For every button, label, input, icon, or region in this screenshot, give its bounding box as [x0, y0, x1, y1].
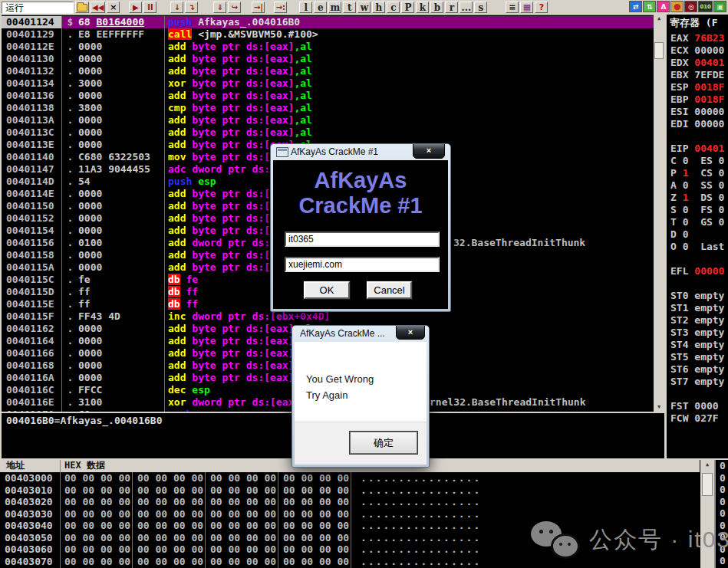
binary-icon[interactable]: 010 — [698, 1, 713, 12]
register-line[interactable]: A 0 SS 0 — [670, 179, 728, 192]
ball-icon[interactable]: ● — [670, 1, 684, 12]
name-input[interactable] — [285, 231, 440, 247]
register-line[interactable]: ST7 empty — [670, 376, 728, 388]
references-window-button[interactable]: r — [445, 2, 458, 13]
register-line[interactable]: ST6 empty — [670, 363, 728, 376]
register-line[interactable]: P 1 CS 0 — [670, 167, 728, 179]
step-into-icon[interactable]: ↓ — [170, 2, 183, 13]
options-list-icon[interactable]: ≡ — [506, 2, 519, 13]
serial-input[interactable] — [285, 257, 440, 272]
close-icon[interactable]: × — [396, 326, 425, 340]
crackme-dialog[interactable]: AfKayAs CrackMe #1 × AfKayAs CrackMe #1 … — [270, 143, 451, 312]
register-line[interactable]: EAX 76B23 — [670, 32, 728, 44]
disasm-row[interactable]: 00401130.0000add byte ptr ds:[eax],al — [2, 53, 654, 65]
register-line[interactable] — [670, 277, 728, 290]
stack-value-fragment: 0 — [716, 460, 728, 472]
register-line[interactable]: ST1 empty — [670, 302, 728, 314]
help-icon[interactable]: ? — [535, 2, 548, 13]
dump-row[interactable]: 0040302000 00 00 0000 00 00 0000 00 00 0… — [0, 496, 700, 508]
swap-icon[interactable]: ⇄ — [629, 1, 642, 12]
disasm-row[interactable]: 00401124$68 B0164000push Afkayas_.004016… — [2, 16, 654, 28]
patches-window-button[interactable]: P — [401, 2, 414, 13]
disasm-row[interactable]: 00401136.0000add byte ptr ds:[eax],al — [2, 90, 654, 102]
dump-row[interactable]: 0040303000 00 00 0000 00 00 0000 00 00 0… — [0, 508, 700, 520]
animate-over-icon[interactable]: ↪ — [228, 2, 241, 13]
threads-window-button[interactable]: t — [343, 2, 356, 13]
register-line[interactable]: ST3 empty — [670, 327, 728, 339]
open-folder-icon[interactable] — [75, 2, 89, 13]
restart-icon[interactable]: ◀◀ — [91, 2, 105, 13]
register-line[interactable]: EFL 00000 — [670, 265, 728, 277]
register-line[interactable] — [670, 130, 728, 143]
execute-till-return-icon[interactable]: →| — [252, 2, 265, 13]
register-line[interactable]: C 0 ES 0 — [670, 155, 728, 167]
dump-row[interactable]: 0040300000 00 00 0000 00 00 0000 00 00 0… — [0, 472, 700, 484]
register-line[interactable]: ECX 00000 — [670, 44, 728, 57]
scrollbar-thumb[interactable] — [702, 473, 713, 496]
register-line[interactable] — [670, 388, 728, 400]
register-line[interactable]: ST2 empty — [670, 314, 728, 327]
register-line[interactable]: T 0 GS 0 — [670, 216, 728, 228]
register-line[interactable]: EDX 00401 — [670, 57, 728, 69]
scrollbar-thumb[interactable] — [654, 42, 664, 59]
ok-button[interactable]: OK — [304, 281, 350, 299]
windows-window-button[interactable]: w — [357, 2, 371, 13]
cancel-button[interactable]: Cancel — [367, 281, 412, 299]
close-icon[interactable]: × — [413, 144, 445, 159]
source-window-button[interactable]: s — [474, 2, 487, 13]
register-line[interactable]: EDI 00000 — [670, 118, 728, 130]
close-window-icon[interactable]: × — [107, 2, 120, 13]
run-trace-window-button[interactable]: ... — [460, 2, 473, 13]
message-dialog-titlebar[interactable]: AfKayAs CrackMe ... × — [292, 326, 429, 341]
run-program-icon[interactable]: ▶ — [129, 2, 142, 13]
executables-window-button[interactable]: e — [314, 2, 327, 13]
register-line[interactable] — [670, 253, 728, 265]
disasm-row[interactable]: 00401132.0000add byte ptr ds:[eax],al — [2, 65, 654, 77]
window-icon[interactable]: ▣ — [713, 1, 726, 12]
cpu-window-button[interactable]: c — [387, 2, 400, 13]
register-line[interactable]: ST0 empty — [670, 290, 728, 302]
register-line[interactable]: EBP 0018F — [670, 94, 728, 106]
scroll-up-icon[interactable]: ▲ — [654, 15, 664, 23]
disasm-row[interactable]: 00401134.3000xor byte ptr ds:[eax],al — [2, 77, 654, 90]
register-line[interactable]: FCW 027F — [670, 412, 728, 425]
goto-icon[interactable]: →: — [274, 2, 287, 13]
updown-icon[interactable]: ⇅ — [643, 1, 656, 12]
breakpoints-window-button[interactable]: b — [430, 2, 443, 13]
memory-window-button[interactable]: m — [328, 2, 341, 13]
animate-into-icon[interactable]: ⇓ — [213, 2, 226, 13]
pause-icon[interactable]: II — [143, 2, 156, 13]
disasm-row[interactable]: 00401129.E8 EEFFFFFFcall <jmp.&MSVBVM50.… — [2, 28, 654, 41]
disasm-row[interactable]: 0040115F.FF43 4Dinc dword ptr ds:[ebx+0x… — [2, 310, 654, 323]
disasm-row[interactable]: 0040112E.0000add byte ptr ds:[eax],al — [2, 41, 654, 53]
dump-row[interactable]: 0040301000 00 00 0000 00 00 0000 00 00 0… — [0, 484, 700, 497]
register-line[interactable]: EIP 00401 — [670, 143, 728, 155]
scroll-down-icon[interactable]: ▼ — [654, 403, 664, 412]
call-stack-window-button[interactable]: k — [416, 2, 429, 13]
register-line[interactable]: S 0 FS 0 — [670, 204, 728, 216]
disasm-row[interactable]: 0040113C.0000add byte ptr ds:[eax],al — [2, 126, 654, 139]
register-line[interactable]: ST5 empty — [670, 351, 728, 363]
register-line[interactable]: EBX 7EFDE — [670, 69, 728, 81]
register-line[interactable]: ESP 0018F — [670, 81, 728, 94]
disassembly-scrollbar[interactable]: ▲ ▼ — [654, 15, 664, 412]
scroll-up-icon[interactable]: ▲ — [702, 461, 713, 469]
log-window-button[interactable]: l — [299, 2, 312, 13]
handles-window-button[interactable]: h — [372, 2, 385, 13]
confirm-button[interactable]: 确定 — [350, 432, 417, 454]
step-over-icon[interactable]: ↴ — [185, 2, 198, 13]
target-icon[interactable]: ◎ — [684, 1, 697, 12]
registers-pane[interactable]: 寄存器 (F EAX 76B23ECX 00000EDX 00401EBX 7E… — [667, 15, 728, 458]
assemble-icon[interactable]: A — [657, 1, 670, 12]
disasm-row[interactable]: 0040113A.0000add byte ptr ds:[eax],al — [2, 114, 654, 126]
disasm-row[interactable]: 00401138.3800cmp byte ptr ds:[eax],al — [2, 102, 654, 114]
register-line[interactable]: ESI 00000 — [670, 106, 728, 118]
register-line[interactable]: D 0 — [670, 228, 728, 241]
crackme-dialog-titlebar[interactable]: AfKayAs CrackMe #1 × — [271, 144, 450, 159]
wrong-message-dialog[interactable]: AfKayAs CrackMe ... × You Get Wrong Try … — [292, 325, 430, 468]
register-line[interactable]: Z 1 DS 0 — [670, 192, 728, 204]
register-line[interactable]: ST4 empty — [670, 339, 728, 351]
register-line[interactable]: O 0 Last — [670, 241, 728, 253]
appearance-icon[interactable]: ▦ — [520, 2, 533, 13]
register-line[interactable]: FST 0000 — [670, 400, 728, 412]
